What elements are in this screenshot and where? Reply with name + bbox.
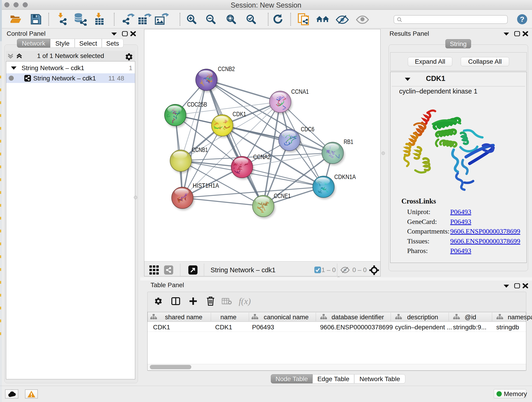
svg-text:CCNA2: CCNA2 <box>253 153 271 160</box>
svg-text:CCNB2: CCNB2 <box>218 65 235 72</box>
svg-text:CCNE1: CCNE1 <box>274 192 291 199</box>
svg-text:CCNA1: CCNA1 <box>291 88 309 95</box>
svg-text:CDKN1A: CDKN1A <box>334 173 356 180</box>
svg-text:CCNB1: CCNB1 <box>192 147 208 153</box>
svg-text:HIST1H1A: HIST1H1A <box>193 182 219 189</box>
svg-text:RB1: RB1 <box>344 138 353 145</box>
svg-text:CDK1: CDK1 <box>233 111 246 118</box>
svg-text:CDC25B: CDC25B <box>187 101 207 108</box>
svg-text:CDC6: CDC6 <box>301 126 314 133</box>
